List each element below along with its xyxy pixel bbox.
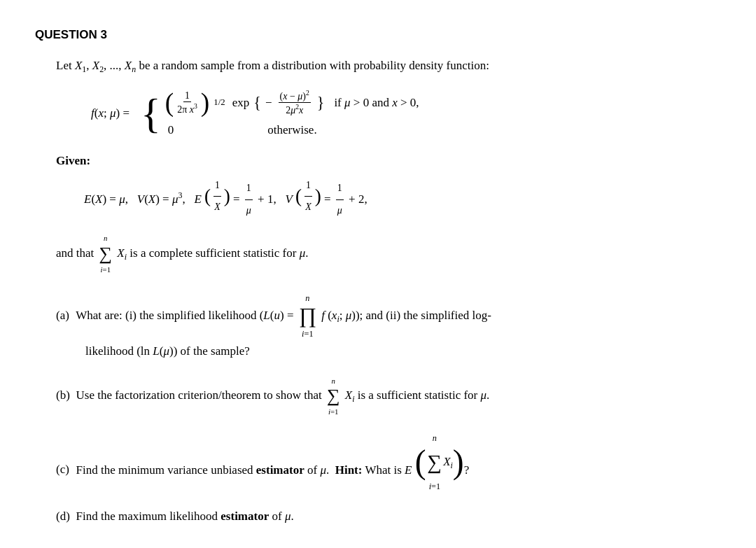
- part-c: (c) Find the minimum variance unbiased e…: [56, 431, 721, 495]
- parts-section: (a) What are: (i) the simplified likelih…: [56, 291, 721, 528]
- intro-text: Let X1, X2, ..., Xn be a random sample f…: [56, 56, 721, 76]
- part-a-label: (a): [56, 306, 70, 326]
- part-c-label: (c): [56, 460, 70, 480]
- part-a: (a) What are: (i) the simplified likelih…: [56, 291, 721, 362]
- given-label: Given:: [56, 154, 721, 168]
- pdf-block: f(x; μ) = { ( 1 2π x3 ) 1/2 exp: [91, 89, 721, 136]
- part-b: (b) Use the factorization criterion/theo…: [56, 374, 721, 419]
- and-that-text: and that n ∑ i=1 Xi is a complete suffic…: [56, 232, 721, 277]
- question-title: QUESTION 3: [35, 28, 721, 42]
- part-d: (d) Find the maximum likelihood estimato…: [56, 507, 721, 527]
- part-d-label: (d): [56, 507, 70, 527]
- part-b-label: (b): [56, 386, 70, 406]
- given-formula: E(X) = μ, V(X) = μ3, E ( 1X ) = 1μ + 1, …: [84, 175, 721, 222]
- given-section: Given: E(X) = μ, V(X) = μ3, E ( 1X ) = 1…: [56, 154, 721, 222]
